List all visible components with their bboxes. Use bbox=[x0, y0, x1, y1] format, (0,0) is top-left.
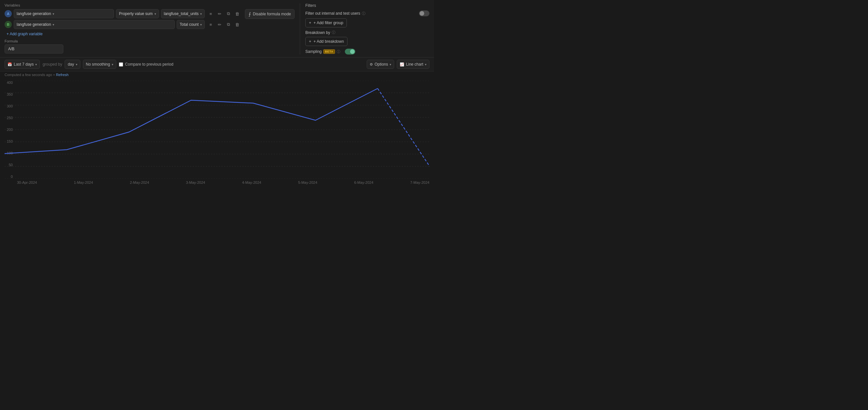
refresh-link[interactable]: Refresh bbox=[56, 73, 69, 77]
toolbar-left: 📅 Last 7 days ▾ grouped by day ▾ No smoo… bbox=[5, 60, 174, 69]
filters-section: Filters Filter out internal and test use… bbox=[305, 3, 429, 55]
var-a-aggregation-dropdown[interactable]: Property value sum ▾ bbox=[116, 9, 159, 18]
var-a-metric-dropdown[interactable]: langfuse_total_units ▾ bbox=[161, 9, 205, 18]
var-badge-b: B bbox=[5, 21, 12, 28]
breakdown-label: Breakdown by ⓘ bbox=[305, 30, 335, 35]
formula-section: Formula bbox=[5, 39, 241, 54]
x-label-5may: 5-May-2024 bbox=[298, 181, 317, 184]
formula-input[interactable] bbox=[5, 44, 63, 54]
plus-icon: + bbox=[309, 21, 311, 25]
grouped-by-label: grouped by bbox=[42, 62, 62, 67]
x-label-6may: 6-May-2024 bbox=[354, 181, 374, 184]
var-b-edit-icon[interactable]: ✏ bbox=[216, 21, 223, 28]
chart-wrapper: 400 350 300 250 200 150 100 50 0 bbox=[5, 81, 429, 179]
chart-dashed-line bbox=[377, 89, 429, 179]
computed-text: Computed a few seconds ago bbox=[5, 73, 52, 77]
group-by-dropdown[interactable]: day ▾ bbox=[65, 60, 80, 69]
x-label-3may: 3-May-2024 bbox=[186, 181, 206, 184]
chart-svg bbox=[5, 81, 429, 179]
chevron-down-icon: ▾ bbox=[200, 12, 202, 16]
add-breakdown-button[interactable]: + + Add breakdown bbox=[305, 37, 347, 46]
compare-to-previous-label[interactable]: Compare to previous period bbox=[119, 62, 174, 67]
add-graph-variable-button[interactable]: + Add graph variable bbox=[5, 31, 44, 37]
chart-inner bbox=[5, 81, 429, 179]
var-badge-a: A bbox=[5, 10, 12, 17]
variable-row-b: B langfuse generation ▾ Total count ▾ ≡ … bbox=[5, 20, 241, 29]
var-a-list-icon[interactable]: ≡ bbox=[207, 10, 215, 18]
filter-internal-toggle[interactable] bbox=[419, 10, 429, 16]
plus-icon: + bbox=[309, 39, 311, 44]
chevron-down-icon: ▾ bbox=[425, 63, 427, 66]
grid-lines bbox=[5, 81, 429, 179]
chart-solid-line bbox=[5, 89, 377, 154]
var-b-name-dropdown[interactable]: langfuse generation ▾ bbox=[14, 20, 175, 29]
sampling-info-icon: ⓘ bbox=[337, 49, 340, 54]
chevron-down-icon: ▾ bbox=[76, 63, 78, 66]
computed-row: Computed a few seconds ago • Refresh bbox=[0, 71, 434, 78]
chevron-down-icon: ▾ bbox=[53, 23, 54, 26]
var-a-delete-icon[interactable]: 🗑 bbox=[233, 10, 241, 18]
variable-row-a: A langfuse generation ▾ Property value s… bbox=[5, 9, 241, 18]
chart-area: 400 350 300 250 200 150 100 50 0 bbox=[0, 78, 434, 199]
x-label-2may: 2-May-2024 bbox=[130, 181, 149, 184]
var-b-aggregation-dropdown[interactable]: Total count ▾ bbox=[177, 20, 205, 29]
options-icon: ⚙ bbox=[370, 62, 373, 67]
var-a-name-dropdown[interactable]: langfuse generation ▾ bbox=[14, 9, 114, 18]
variables-label: Variables bbox=[5, 3, 241, 7]
filter-internal-label: Filter out internal and test users ⓘ bbox=[305, 11, 365, 16]
x-label-30apr: 30-Apr-2024 bbox=[17, 181, 37, 184]
chevron-down-icon: ▾ bbox=[53, 12, 54, 16]
var-b-actions: ≡ ✏ ⧉ 🗑 bbox=[207, 21, 241, 28]
smoothing-dropdown[interactable]: No smoothing ▾ bbox=[83, 60, 116, 69]
formula-mode-icon: ⨍ bbox=[249, 11, 251, 17]
x-label-1may: 1-May-2024 bbox=[74, 181, 93, 184]
date-range-dropdown[interactable]: 📅 Last 7 days ▾ bbox=[5, 60, 40, 69]
x-label-4may: 4-May-2024 bbox=[242, 181, 261, 184]
chevron-down-icon: ▾ bbox=[154, 12, 156, 16]
chevron-down-icon: ▾ bbox=[112, 63, 113, 66]
sampling-toggle[interactable] bbox=[345, 49, 355, 55]
var-b-list-icon[interactable]: ≡ bbox=[207, 21, 215, 28]
filter-internal-row: Filter out internal and test users ⓘ bbox=[305, 10, 429, 16]
chevron-down-icon: ▾ bbox=[390, 63, 391, 66]
chart-type-dropdown[interactable]: 📈 Line chart ▾ bbox=[397, 60, 429, 69]
var-b-delete-icon[interactable]: 🗑 bbox=[233, 21, 241, 28]
filters-title: Filters bbox=[305, 3, 429, 8]
var-a-copy-icon[interactable]: ⧉ bbox=[224, 10, 232, 18]
var-a-actions: ≡ ✏ ⧉ 🗑 bbox=[207, 10, 241, 18]
middle-toolbar: 📅 Last 7 days ▾ grouped by day ▾ No smoo… bbox=[0, 58, 434, 71]
filter-info-icon: ⓘ bbox=[362, 11, 365, 16]
breakdown-row: Breakdown by ⓘ bbox=[305, 30, 429, 35]
compare-checkbox[interactable] bbox=[119, 62, 123, 67]
x-label-7may: 7-May-2024 bbox=[410, 181, 429, 184]
breakdown-info-icon: ⓘ bbox=[332, 30, 335, 35]
var-b-copy-icon[interactable]: ⧉ bbox=[224, 21, 232, 28]
chevron-down-icon: ▾ bbox=[35, 63, 37, 66]
disable-formula-button[interactable]: ⨍ Disable formula mode bbox=[245, 9, 294, 19]
var-a-edit-icon[interactable]: ✏ bbox=[216, 10, 223, 18]
calendar-icon: 📅 bbox=[7, 62, 12, 67]
add-filter-group-button[interactable]: + + Add filter group bbox=[305, 18, 347, 27]
chevron-down-icon: ▾ bbox=[200, 23, 202, 26]
x-axis-labels: 30-Apr-2024 1-May-2024 2-May-2024 3-May-… bbox=[5, 181, 429, 184]
sampling-label: Sampling BETA ⓘ bbox=[305, 49, 340, 54]
sampling-row: Sampling BETA ⓘ bbox=[305, 49, 429, 55]
line-chart-icon: 📈 bbox=[400, 62, 404, 67]
options-dropdown[interactable]: ⚙ Options ▾ bbox=[367, 60, 394, 69]
toolbar-right: ⚙ Options ▾ 📈 Line chart ▾ bbox=[367, 60, 429, 69]
beta-badge: BETA bbox=[323, 49, 335, 54]
formula-label: Formula bbox=[5, 39, 241, 43]
